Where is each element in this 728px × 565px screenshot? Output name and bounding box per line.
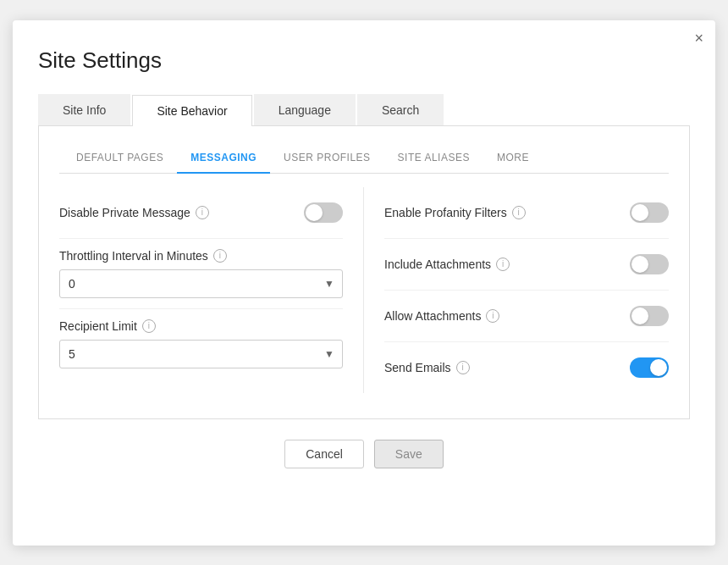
enable-profanity-filters-info-icon[interactable]: i (512, 206, 526, 219)
throttling-interval-select[interactable]: 0 1 2 5 10 (59, 269, 343, 298)
cancel-button[interactable]: Cancel (284, 440, 364, 468)
subtab-more[interactable]: MORE (483, 143, 543, 174)
subtab-site-aliases[interactable]: SITE ALIASES (384, 143, 483, 174)
disable-private-message-label: Disable Private Message (59, 206, 190, 219)
subtab-messaging[interactable]: MESSAGING (177, 143, 270, 174)
recipient-limit-info-icon[interactable]: i (142, 319, 156, 333)
send-emails-info-icon[interactable]: i (456, 361, 470, 374)
allow-attachments-info-icon[interactable]: i (486, 309, 499, 323)
include-attachments-label: Include Attachments (384, 258, 491, 271)
disable-private-message-info-icon[interactable]: i (196, 206, 209, 219)
tab-language[interactable]: Language (254, 94, 356, 125)
include-attachments-info-icon[interactable]: i (496, 258, 510, 271)
include-attachments-toggle[interactable] (630, 254, 669, 274)
enable-profanity-filters-toggle[interactable] (630, 202, 669, 223)
send-emails-toggle[interactable] (630, 357, 669, 378)
allow-attachments-label: Allow Attachments (384, 309, 481, 323)
setting-recipient-limit: Recipient Limit i 1 2 3 4 5 10 ▼ (59, 309, 343, 379)
disable-private-message-toggle[interactable] (304, 202, 343, 223)
tab-site-info[interactable]: Site Info (38, 94, 130, 125)
subtab-default-pages[interactable]: DEFAULT PAGES (63, 143, 177, 174)
send-emails-label: Send Emails (384, 361, 451, 374)
allow-attachments-toggle[interactable] (630, 306, 669, 326)
tab-site-behavior[interactable]: Site Behavior (132, 95, 251, 126)
setting-include-attachments: Include Attachments i (384, 239, 669, 291)
setting-allow-attachments: Allow Attachments i (384, 291, 669, 342)
content-area: DEFAULT PAGES MESSAGING USER PROFILES SI… (38, 126, 690, 419)
throttling-interval-info-icon[interactable]: i (213, 249, 227, 263)
left-column: Disable Private Message i Throttling Int… (59, 187, 364, 393)
setting-send-emails: Send Emails i (384, 342, 669, 393)
enable-profanity-filters-label: Enable Profanity Filters (384, 206, 507, 219)
settings-grid: Disable Private Message i Throttling Int… (59, 187, 669, 393)
site-settings-modal: × Site Settings Site Info Site Behavior … (13, 20, 715, 546)
throttling-interval-label: Throttling Interval in Minutes (59, 249, 208, 263)
tab-search[interactable]: Search (357, 94, 444, 125)
recipient-limit-label: Recipient Limit (59, 319, 137, 333)
sub-tabs: DEFAULT PAGES MESSAGING USER PROFILES SI… (59, 143, 669, 174)
footer: Cancel Save (38, 440, 690, 468)
setting-throttling-interval: Throttling Interval in Minutes i 0 1 2 5… (59, 239, 343, 309)
setting-disable-private-message: Disable Private Message i (59, 187, 343, 239)
page-title: Site Settings (38, 47, 690, 74)
setting-enable-profanity-filters: Enable Profanity Filters i (384, 187, 669, 239)
recipient-limit-select[interactable]: 1 2 3 4 5 10 (59, 340, 343, 368)
main-tabs: Site Info Site Behavior Language Search (38, 94, 690, 126)
close-button[interactable]: × (694, 30, 703, 46)
subtab-user-profiles[interactable]: USER PROFILES (270, 143, 384, 174)
save-button[interactable]: Save (374, 440, 444, 468)
right-column: Enable Profanity Filters i Include Attac… (364, 187, 669, 393)
